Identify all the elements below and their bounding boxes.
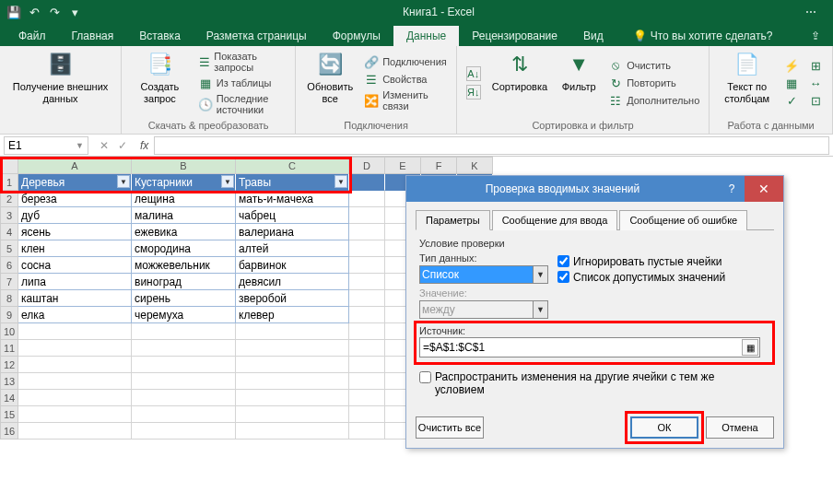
filter-dropdown-icon[interactable]: ▼ <box>117 175 130 188</box>
cell[interactable] <box>236 357 349 373</box>
cell[interactable] <box>236 390 349 406</box>
cell[interactable]: липа <box>18 274 132 290</box>
cell[interactable] <box>349 191 385 207</box>
tab-review[interactable]: Рецензирование <box>459 26 570 46</box>
cell[interactable]: Деревья▼ <box>18 174 132 191</box>
share-button[interactable]: ⇪ <box>798 26 833 46</box>
row-header[interactable]: 10 <box>0 323 18 340</box>
col-header-A[interactable]: A <box>18 157 132 174</box>
row-header[interactable]: 12 <box>0 357 18 373</box>
consolidate-button[interactable]: ⊞ <box>806 57 825 74</box>
confirm-edit-icon[interactable]: ✓ <box>114 139 131 152</box>
cell[interactable]: ежевика <box>132 224 236 240</box>
cell[interactable]: смородина <box>132 240 236 257</box>
cell[interactable] <box>236 373 349 390</box>
save-icon[interactable]: 💾 <box>6 4 22 20</box>
sort-desc-button[interactable]: Я↓ <box>464 84 483 100</box>
cell[interactable]: береза <box>18 191 132 207</box>
tell-me-search[interactable]: 💡 Что вы хотите сделать? <box>626 26 780 46</box>
tab-data[interactable]: Данные <box>393 26 459 46</box>
ok-button[interactable]: ОК <box>630 416 698 439</box>
cell[interactable]: елка <box>18 307 132 323</box>
reapply-button[interactable]: ↻Повторить <box>606 75 701 91</box>
dlg-tab-inputmsg[interactable]: Сообщение для ввода <box>492 210 618 230</box>
cell[interactable]: девясил <box>236 274 349 290</box>
get-external-data-button[interactable]: 🗄️ Получение внешних данных <box>7 48 113 118</box>
row-header[interactable]: 1 <box>0 174 18 191</box>
name-box-input[interactable] <box>8 139 64 152</box>
col-header-F[interactable]: F <box>421 157 457 174</box>
sort-asc-button[interactable]: А↓ <box>464 65 483 82</box>
select-all-corner[interactable] <box>0 157 18 174</box>
tab-insert[interactable]: Вставка <box>126 26 194 46</box>
refresh-all-button[interactable]: 🔄 Обновить все <box>303 48 357 118</box>
clear-all-button[interactable]: Очистить все <box>416 416 484 439</box>
tab-home[interactable]: Главная <box>59 26 127 46</box>
cell[interactable]: барвинок <box>236 257 349 274</box>
cell[interactable] <box>349 357 385 373</box>
clear-filter-button[interactable]: ⦸Очистить <box>606 57 701 74</box>
tab-formulas[interactable]: Формулы <box>320 26 393 46</box>
cell[interactable]: зверобой <box>236 290 349 307</box>
cell[interactable] <box>349 174 385 191</box>
row-header[interactable]: 3 <box>0 207 18 224</box>
ribbon-options-icon[interactable]: ⋯ <box>794 3 827 21</box>
cell[interactable] <box>349 406 385 423</box>
dlg-tab-errmsg[interactable]: Сообщение об ошибке <box>619 210 747 230</box>
range-select-icon[interactable]: ▦ <box>742 339 758 356</box>
close-icon[interactable]: ✕ <box>745 176 783 202</box>
cell[interactable] <box>132 406 236 423</box>
cell[interactable]: малина <box>132 207 236 224</box>
cell[interactable] <box>132 340 236 357</box>
remove-dupes-button[interactable]: ▦ <box>782 75 801 91</box>
cancel-edit-icon[interactable]: ✕ <box>96 139 112 152</box>
cell[interactable] <box>18 423 132 440</box>
qat-more-icon[interactable]: ▾ <box>66 4 83 20</box>
flash-fill-button[interactable]: ⚡ <box>782 57 801 74</box>
cell[interactable]: чабрец <box>236 207 349 224</box>
row-header[interactable]: 7 <box>0 274 18 290</box>
cell[interactable]: дуб <box>18 207 132 224</box>
cell[interactable] <box>18 390 132 406</box>
cell[interactable] <box>18 340 132 357</box>
type-combo[interactable]: Список ▼ <box>419 265 548 284</box>
row-header[interactable]: 15 <box>0 406 18 423</box>
col-header-E[interactable]: E <box>385 157 421 174</box>
cell[interactable] <box>132 373 236 390</box>
cell[interactable]: каштан <box>18 290 132 307</box>
tab-layout[interactable]: Разметка страницы <box>194 26 320 46</box>
cell[interactable] <box>349 307 385 323</box>
data-model-button[interactable]: ⊡ <box>806 92 825 109</box>
cell[interactable] <box>18 373 132 390</box>
cell[interactable]: сирень <box>132 290 236 307</box>
cell[interactable] <box>18 406 132 423</box>
row-header[interactable]: 2 <box>0 191 18 207</box>
cell[interactable]: виноград <box>132 274 236 290</box>
cell[interactable] <box>236 323 349 340</box>
sort-button[interactable]: ⇅ Сортировка <box>488 48 551 118</box>
cell[interactable] <box>236 340 349 357</box>
cell[interactable]: ясень <box>18 224 132 240</box>
name-box[interactable]: ▼ <box>4 136 88 155</box>
filter-dropdown-icon[interactable]: ▼ <box>334 175 347 188</box>
chevron-down-icon[interactable]: ▼ <box>76 141 84 150</box>
cell[interactable]: лещина <box>132 191 236 207</box>
fx-icon[interactable]: fx <box>135 139 154 152</box>
tab-file[interactable]: Файл <box>6 26 59 46</box>
filter-dropdown-icon[interactable]: ▼ <box>221 175 234 188</box>
cell[interactable] <box>236 406 349 423</box>
cell[interactable] <box>132 323 236 340</box>
propagate-checkbox[interactable]: Распространить изменения на другие ячейк… <box>419 370 770 396</box>
cell[interactable] <box>132 390 236 406</box>
cell[interactable]: Кустарники▼ <box>132 174 236 191</box>
row-header[interactable]: 5 <box>0 240 18 257</box>
redo-icon[interactable]: ↷ <box>46 4 63 20</box>
row-header[interactable]: 14 <box>0 390 18 406</box>
properties-button[interactable]: ☰Свойства <box>362 71 449 88</box>
edit-links-button[interactable]: 🔀Изменить связи <box>362 88 449 112</box>
cell[interactable] <box>349 373 385 390</box>
recent-sources-button[interactable]: 🕓Последние источники <box>196 92 288 116</box>
col-header-C[interactable]: C <box>236 157 349 174</box>
cell[interactable]: клен <box>18 240 132 257</box>
relationships-button[interactable]: ↔ <box>806 75 825 91</box>
